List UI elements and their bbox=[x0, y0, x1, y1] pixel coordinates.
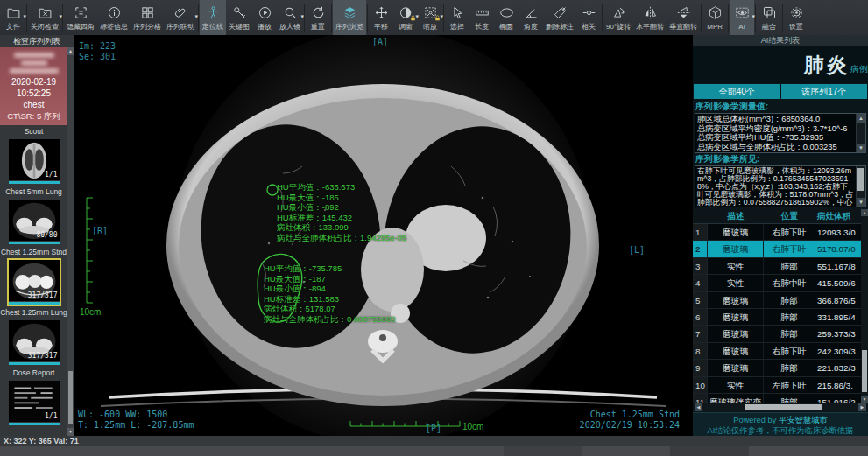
series-image-count: 317/317 bbox=[28, 291, 58, 299]
patient-info-card[interactable]: 2020-02-19 10:52:25 chest CT\SR: 5 序列 bbox=[0, 47, 67, 125]
toolbar-button-pan[interactable]: 平移 bbox=[369, 0, 393, 35]
lesion-annotation[interactable]: HU平均值：-636.673HU最大值：-185HU最小值：-892HU标准差：… bbox=[277, 182, 406, 242]
corners-icon bbox=[74, 5, 88, 21]
lesion-table-row[interactable]: 7 磨玻璃 肺部 259.373/3 bbox=[693, 326, 868, 342]
toolbar-button-mpr-cube[interactable]: MPR bbox=[702, 0, 727, 35]
lesion-table-row[interactable]: 3 实性 肺部 551.167/8 bbox=[693, 258, 868, 275]
lesion-table-row[interactable]: 11 磨玻璃伴实变 肺部 151.016/2 bbox=[693, 394, 868, 403]
findings-box[interactable]: 右肺下叶可见磨玻璃影，体积为：12093.26mm^3，占肺部比例为：0.176… bbox=[695, 165, 866, 207]
toolbar-button-cursor[interactable]: 选择 bbox=[445, 0, 469, 35]
vendor-link[interactable]: 平安智慧城市 bbox=[779, 416, 828, 424]
toolbar-button-play[interactable]: 播放 bbox=[252, 0, 277, 35]
toolbar-button-layers[interactable]: 序列浏览 bbox=[333, 0, 366, 35]
toolbar-button-grid[interactable]: 序列分格 bbox=[131, 0, 164, 35]
measurements-box[interactable]: 肺区域总体积(mm^3)：6850364.0总病变区域平均密度(g/mm^3)：… bbox=[695, 113, 866, 153]
measurements-scrollbar[interactable]: ▲ ▼ bbox=[856, 114, 865, 152]
flip-v-icon bbox=[676, 5, 691, 21]
toolbar-button-corners[interactable]: 隐藏四角 bbox=[64, 0, 97, 35]
toolbar-button-person[interactable]: 定位线 bbox=[200, 0, 226, 35]
toolbar-button-ruler[interactable]: 长度 bbox=[469, 0, 494, 35]
toolbar-button-label: 关闭检查 bbox=[31, 23, 59, 31]
scroll-up-icon[interactable]: ▲ bbox=[67, 47, 74, 55]
lesion-table-row[interactable]: 5 磨玻璃 肺部 366.876/5 bbox=[693, 292, 868, 309]
toolbar-separator bbox=[602, 4, 603, 32]
tab-all-results[interactable]: 全部40个 bbox=[694, 84, 780, 99]
scroll-down-icon[interactable]: ▼ bbox=[67, 428, 74, 436]
toolbar-button-label: 90°旋转 bbox=[606, 23, 631, 31]
toolbar-button-magnifier[interactable]: ▾ 放大镜 bbox=[277, 0, 303, 35]
findings-scrollbar[interactable]: ▼ bbox=[856, 166, 865, 207]
col-description: 描述 bbox=[708, 209, 764, 223]
toolbar-button-label: 重置 bbox=[311, 23, 325, 31]
toolbar-separator bbox=[443, 4, 444, 32]
findings-section-title: 序列影像学所见: bbox=[693, 153, 868, 165]
toolbar-button-flip-v[interactable]: 垂直翻转 bbox=[667, 0, 700, 35]
toolbar-button-folder[interactable]: ▾ 文件 bbox=[1, 0, 25, 35]
series-thumbnail-scout[interactable]: Scout 1/1 bbox=[0, 127, 67, 186]
series-loaded-bar bbox=[9, 181, 60, 184]
toolbar-button-gear[interactable]: 设置 bbox=[784, 0, 808, 35]
lesion-table-row[interactable]: 9 磨玻璃 肺部 221.832/3 bbox=[693, 360, 868, 376]
lesion-annotation[interactable]: HU平均值：-735.785HU最大值：-187HU最小值：-894HU标准差：… bbox=[264, 263, 395, 324]
ai-panel-title[interactable]: AI结果列表 bbox=[693, 35, 868, 46]
scroll-up-icon[interactable]: ▲ bbox=[857, 114, 865, 123]
series-thumbnail-ct-stnd[interactable]: Chest 1.25mm Stnd 317/317 bbox=[0, 248, 67, 306]
scroll-down-icon[interactable]: ▼ bbox=[857, 144, 865, 152]
result-scope-tabs: 全部40个 该序列17个 bbox=[693, 83, 868, 101]
dropdown-caret-icon[interactable]: ▾ bbox=[194, 13, 198, 20]
series-thumbnail-dose[interactable]: Dose Report 1/1 bbox=[0, 368, 67, 427]
sidebar-scroll-thumb[interactable] bbox=[68, 371, 73, 424]
folder-x-icon bbox=[38, 5, 53, 21]
hscroll-thumb[interactable] bbox=[745, 404, 822, 410]
ai-panel-footer: Powered by 平安智慧城市 AI结论仅作参考，不可作为临床诊断依据 bbox=[693, 412, 868, 436]
ai-results-panel: AI结果列表 肺炎 病例 全部40个 该序列17个 序列影像学测量值: 肺区域总… bbox=[692, 35, 868, 436]
lesion-table-row[interactable]: 6 磨玻璃 肺部 331.895/4 bbox=[693, 309, 868, 326]
toolbar-button-ellipse[interactable]: 椭圆 bbox=[494, 0, 519, 35]
table-scroll-thumb[interactable] bbox=[862, 350, 867, 392]
toolbar-button-label: 序列分格 bbox=[133, 23, 161, 31]
toolbar-button-fusion[interactable]: 融合 bbox=[757, 0, 781, 35]
scroll-right-icon[interactable]: ▶ bbox=[858, 403, 866, 411]
dropdown-caret-icon[interactable]: ▾ bbox=[23, 13, 26, 20]
toolbar-button-delete-annotation[interactable]: 删除标注 bbox=[543, 0, 576, 35]
toolbar-button-zoom-scale[interactable]: ▾ 缩放 bbox=[418, 0, 442, 35]
toolbar-button-ai-eye[interactable]: ▾ AI bbox=[730, 0, 754, 35]
exam-date: 2020-02-19 bbox=[0, 76, 67, 88]
toolbar-button-window-level[interactable]: ▾ 调窗 bbox=[393, 0, 418, 35]
dropdown-caret-icon[interactable]: ▾ bbox=[59, 13, 62, 20]
toolbar-button-rotate-90[interactable]: 90°旋转 bbox=[603, 0, 633, 35]
toolbar-button-reset[interactable]: 重置 bbox=[306, 0, 330, 35]
patient-meta-redacted bbox=[10, 68, 59, 74]
toolbar-button-link[interactable]: ▾ 序列联动 bbox=[164, 0, 197, 35]
tab-series-results[interactable]: 该序列17个 bbox=[781, 84, 868, 99]
ct-viewport[interactable]: 10cm 10cm Im: 223 Se: 301 [A] [R] [L] [P… bbox=[74, 35, 692, 436]
scroll-up-icon[interactable]: ▲ bbox=[861, 209, 868, 216]
lesion-table-row[interactable]: 4 实性 右肺中叶 415.509/6 bbox=[693, 275, 868, 291]
lesion-table-row[interactable]: 10 实性 左肺下叶 215.86/3. bbox=[693, 377, 868, 394]
lesion-table-row[interactable]: 2 磨玻璃 右肺下叶 5178.07/0 bbox=[693, 241, 868, 257]
sidebar-scrollbar[interactable]: ▲ ▼ bbox=[67, 47, 74, 436]
scroll-down-icon[interactable]: ▼ bbox=[861, 396, 868, 403]
series-thumbnail-ct-lung[interactable]: Chest 5mm Lung 80/80 bbox=[0, 187, 67, 246]
horizontal-ruler-label: 10cm bbox=[462, 422, 483, 431]
toolbar-button-label: 定位线 bbox=[202, 23, 223, 31]
toolbar-button-crosshair[interactable]: 相关 bbox=[576, 0, 601, 35]
measurement-line: 总病变区域平均密度(g/mm^3)：3.7*10^-6 bbox=[697, 124, 854, 134]
series-sidebar: 检查序列列表 2020-02-19 10:52:25 chest CT\SR: … bbox=[0, 35, 74, 436]
toolbar-button-flip-h[interactable]: 水平翻转 bbox=[633, 0, 667, 35]
dropdown-caret-icon[interactable]: ▾ bbox=[300, 13, 304, 20]
scroll-down-icon[interactable]: ▼ bbox=[857, 198, 865, 207]
toolbar-button-angle[interactable]: 角度 bbox=[519, 0, 543, 35]
toolbar-button-info[interactable]: 标签信息 bbox=[97, 0, 131, 35]
lesion-table-row[interactable]: 8 磨玻璃 右肺下叶 242.309/3 bbox=[693, 343, 868, 360]
lesion-table-scrollbar[interactable]: ▲ ▼ bbox=[861, 209, 868, 403]
toolbar-button-folder-x[interactable]: ▾ 关闭检查 bbox=[28, 0, 61, 35]
toolbar-button-key[interactable]: 关键图 bbox=[226, 0, 252, 35]
scroll-left-icon[interactable]: ◀ bbox=[695, 403, 702, 411]
lesion-table-hscrollbar[interactable]: ◀ ▶ bbox=[695, 403, 866, 411]
series-thumbnail-ct-lung[interactable]: Chest 1.25mm Lung 317/317 bbox=[0, 308, 67, 367]
dropdown-caret-icon[interactable]: ▾ bbox=[752, 13, 756, 20]
series-loaded-bar bbox=[9, 423, 60, 425]
lesion-table-row[interactable]: 1 磨玻璃 右肺下叶 12093.3/0 bbox=[693, 224, 868, 241]
findings-scroll-thumb[interactable] bbox=[857, 168, 864, 191]
